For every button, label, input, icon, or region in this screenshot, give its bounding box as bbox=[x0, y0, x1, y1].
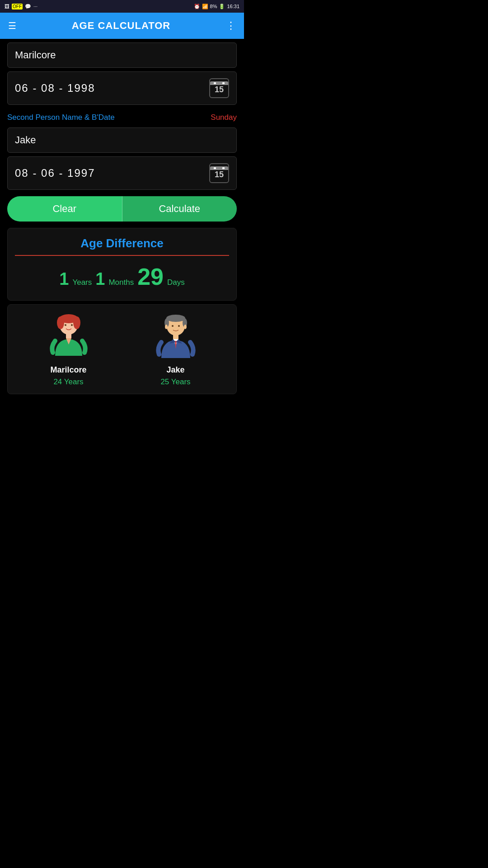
svg-point-15 bbox=[172, 325, 174, 327]
app-title: AGE CALCULATOR bbox=[72, 20, 171, 32]
marilcore-age: 24 Years bbox=[53, 377, 83, 387]
jake-name: Jake bbox=[166, 365, 184, 375]
first-month: 08 bbox=[41, 82, 55, 94]
second-calendar-icon[interactable]: 15 bbox=[209, 163, 229, 183]
days-label: Days bbox=[167, 278, 185, 287]
svg-point-7 bbox=[73, 316, 80, 329]
svg-rect-0 bbox=[214, 82, 216, 84]
years-value: 1 bbox=[59, 269, 69, 289]
first-person-name-input[interactable]: Marilcore bbox=[7, 42, 237, 68]
hamburger-menu-icon[interactable]: ☰ bbox=[8, 21, 16, 30]
action-buttons: Clear Calculate bbox=[7, 196, 237, 222]
first-person-date-input[interactable]: 06 - 08 - 1998 15 bbox=[7, 71, 237, 105]
person-block-jake: Jake 25 Years bbox=[153, 313, 198, 387]
svg-point-18 bbox=[184, 325, 187, 329]
first-person-name-value: Marilcore bbox=[15, 49, 56, 61]
age-difference-card: Age Difference 1 Years 1 Months 29 Days bbox=[7, 228, 237, 301]
svg-point-8 bbox=[65, 324, 66, 326]
days-value: 29 bbox=[137, 263, 164, 290]
svg-point-16 bbox=[178, 325, 180, 327]
clear-button[interactable]: Clear bbox=[7, 196, 122, 222]
gallery-icon: 🖼 bbox=[5, 4, 9, 9]
calculate-button[interactable]: Calculate bbox=[122, 196, 237, 222]
second-person-name-value: Jake bbox=[15, 134, 36, 146]
status-right-info: ⏰ 📶 8% 🔋 16:31 bbox=[194, 4, 239, 9]
second-person-name-input[interactable]: Jake bbox=[7, 127, 237, 153]
marilcore-name: Marilcore bbox=[50, 365, 86, 375]
status-left-icons: 🖼 OFF 💬 ··· bbox=[5, 4, 38, 9]
second-person-date-input[interactable]: 08 - 06 - 1997 15 bbox=[7, 156, 237, 190]
svg-point-17 bbox=[165, 325, 168, 329]
svg-rect-19 bbox=[173, 335, 178, 339]
second-year: 1997 bbox=[67, 167, 95, 179]
svg-rect-10 bbox=[66, 334, 71, 338]
whatsapp-icon: 💬 bbox=[25, 4, 31, 9]
status-bar: 🖼 OFF 💬 ··· ⏰ 📶 8% 🔋 16:31 bbox=[0, 0, 244, 13]
svg-point-6 bbox=[57, 316, 64, 329]
svg-rect-1 bbox=[222, 82, 225, 84]
first-year: 1998 bbox=[67, 82, 95, 94]
svg-rect-3 bbox=[222, 167, 225, 169]
dots-icon: ··· bbox=[33, 4, 38, 9]
avatar-marilcore bbox=[46, 313, 91, 363]
main-content: Marilcore 06 - 08 - 1998 15 Second Perso… bbox=[0, 42, 244, 394]
day-of-week-label: Sunday bbox=[211, 113, 237, 122]
months-label: Months bbox=[108, 278, 134, 287]
time-display: 16:31 bbox=[227, 4, 239, 9]
battery-text: 8% bbox=[210, 4, 217, 9]
second-person-label-text: Second Person Name & B'Date bbox=[7, 113, 115, 122]
second-person-section-label: Second Person Name & B'Date Sunday bbox=[0, 108, 244, 124]
first-calendar-icon[interactable]: 15 bbox=[209, 78, 229, 98]
app-bar: ☰ AGE CALCULATOR ⋮ bbox=[0, 13, 244, 39]
svg-rect-2 bbox=[214, 167, 216, 169]
age-difference-title: Age Difference bbox=[15, 236, 229, 256]
jake-age: 25 Years bbox=[160, 377, 190, 387]
signal-icon: 📶 bbox=[202, 4, 208, 9]
avatar-jake bbox=[153, 313, 198, 363]
second-person-date-value: 08 - 06 - 1997 bbox=[15, 167, 95, 179]
offline-icon: OFF bbox=[12, 4, 23, 9]
age-difference-values: 1 Years 1 Months 29 Days bbox=[15, 263, 229, 290]
second-month: 06 bbox=[41, 167, 55, 179]
more-options-icon[interactable]: ⋮ bbox=[226, 21, 236, 31]
months-value: 1 bbox=[95, 269, 105, 289]
second-day: 08 bbox=[15, 167, 29, 179]
first-day: 06 bbox=[15, 82, 29, 94]
person-block-marilcore: Marilcore 24 Years bbox=[46, 313, 91, 387]
battery-icon: 🔋 bbox=[219, 4, 225, 9]
alarm-icon: ⏰ bbox=[194, 4, 200, 9]
first-person-date-value: 06 - 08 - 1998 bbox=[15, 82, 95, 94]
years-label: Years bbox=[72, 278, 92, 287]
persons-comparison-card: Marilcore 24 Years bbox=[7, 304, 237, 394]
svg-point-12 bbox=[166, 315, 185, 322]
svg-point-9 bbox=[71, 324, 73, 326]
